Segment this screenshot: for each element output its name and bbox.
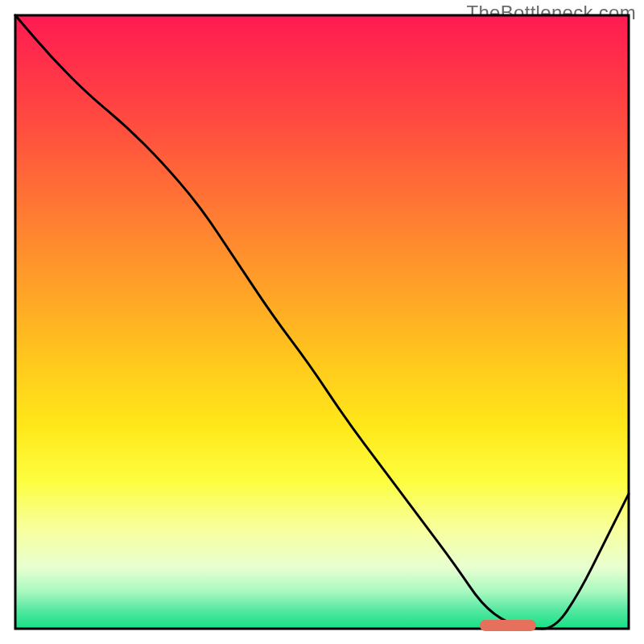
- chart-root: TheBottleneck.com: [0, 0, 644, 644]
- gradient-background: [15, 15, 629, 629]
- optimal-range-marker: [480, 620, 536, 631]
